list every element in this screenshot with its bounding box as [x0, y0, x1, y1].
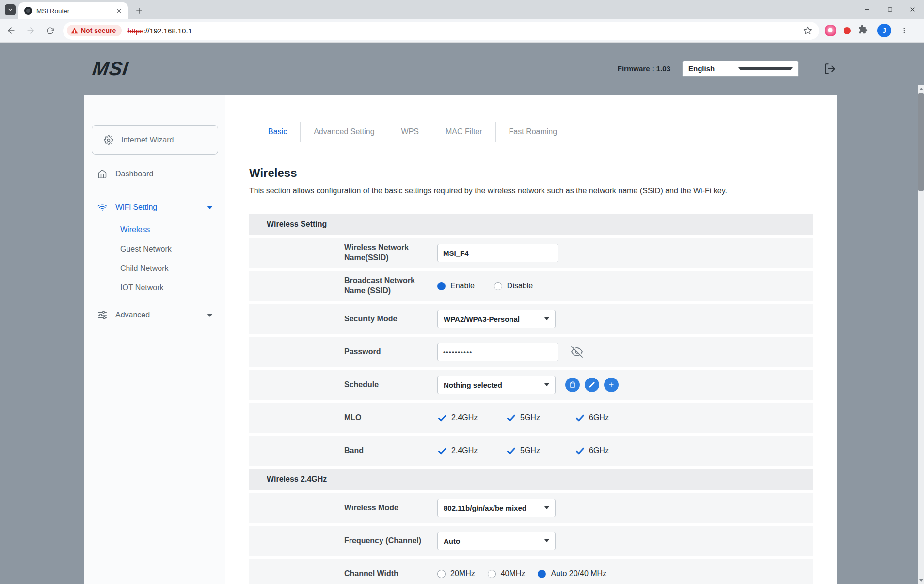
sidebar-item-wifi-setting[interactable]: WiFi Setting — [84, 197, 225, 218]
radio-unselected-icon — [437, 570, 446, 578]
language-select[interactable]: English — [682, 61, 799, 77]
band-5ghz-checkbox[interactable]: 5GHz — [506, 446, 575, 456]
extensions-area: J — [825, 24, 913, 37]
extensions-puzzle-icon[interactable] — [858, 25, 868, 36]
sidebar: Internet Wizard Dashboard WiFi Setting — [84, 95, 225, 584]
recording-indicator-icon[interactable] — [842, 25, 852, 36]
plus-icon — [608, 381, 615, 388]
checkbox-label: 6GHz — [589, 446, 609, 455]
mlo-5ghz-checkbox[interactable]: 5GHz — [506, 413, 575, 423]
forward-button[interactable] — [22, 22, 39, 39]
tab-basic[interactable]: Basic — [255, 122, 301, 142]
section-header-wireless-24ghz: Wireless 2.4GHz — [249, 469, 813, 490]
wireless-mode-select[interactable]: 802.11b/g/n/ax/be mixed — [437, 499, 556, 517]
new-tab-button[interactable] — [132, 3, 146, 18]
password-input[interactable] — [437, 343, 558, 361]
frequency-channel-select[interactable]: Auto — [437, 532, 556, 550]
sidebar-item-iot-network[interactable]: IOT Network — [84, 280, 225, 296]
field-label: MLO — [344, 413, 437, 423]
scrollbar-up-arrow[interactable] — [918, 85, 924, 93]
security-chip[interactable]: Not secure — [67, 25, 122, 36]
pencil-icon — [589, 381, 595, 388]
url-text: https://192.168.10.1 — [127, 27, 802, 35]
band-6ghz-checkbox[interactable]: 6GHz — [575, 446, 644, 456]
band-2-4ghz-checkbox[interactable]: 2.4GHz — [437, 446, 506, 456]
field-label: Frequency (Channel) — [344, 536, 437, 546]
tab-search-button[interactable] — [5, 4, 16, 15]
profile-avatar[interactable]: J — [877, 24, 891, 37]
field-label: Band — [344, 446, 437, 456]
select-value: Nothing selected — [444, 381, 544, 389]
window-close-button[interactable] — [901, 0, 924, 19]
url-host: ://192.168.10.1 — [143, 27, 192, 35]
content-tabs: Basic Advanced Setting WPS MAC Filter Fa… — [255, 122, 813, 142]
sidebar-item-internet-wizard[interactable]: Internet Wizard — [92, 125, 218, 155]
password-visibility-toggle[interactable] — [571, 346, 583, 358]
form-row-schedule: Schedule Nothing selected — [249, 370, 813, 400]
schedule-edit-button[interactable] — [585, 378, 599, 392]
chevron-down-icon — [544, 383, 549, 386]
mlo-2-4ghz-checkbox[interactable]: 2.4GHz — [437, 413, 506, 423]
channel-width-20mhz-radio[interactable]: 20MHz — [437, 569, 475, 578]
scrollbar-thumb[interactable] — [918, 93, 924, 191]
checkbox-label: 2.4GHz — [451, 446, 478, 455]
dashboard-label: Dashboard — [115, 170, 153, 178]
internet-wizard-label: Internet Wizard — [121, 136, 174, 144]
checkbox-label: 6GHz — [589, 413, 609, 422]
tab-advanced-setting[interactable]: Advanced Setting — [301, 122, 388, 142]
browser-menu-icon[interactable] — [899, 24, 909, 37]
page-background: MSI Firmware : 1.03 English In — [0, 43, 924, 584]
reload-button[interactable] — [42, 22, 58, 39]
tab-wps[interactable]: WPS — [388, 122, 432, 142]
broadcast-enable-radio[interactable]: Enable — [437, 282, 475, 290]
sidebar-item-dashboard[interactable]: Dashboard — [84, 163, 225, 185]
form-row-broadcast: Broadcast Network Name (SSID) Enable Dis… — [249, 271, 813, 301]
browser-window: MSI Router — [0, 0, 924, 584]
window-maximize-button[interactable] — [878, 0, 901, 19]
schedule-delete-button[interactable] — [565, 378, 580, 392]
check-icon — [437, 413, 447, 423]
extension-icon[interactable] — [825, 25, 836, 36]
field-label: Broadcast Network Name (SSID) — [344, 276, 437, 296]
form-row-mlo: MLO 2.4GHz 5GHz 6GHz — [249, 403, 813, 433]
field-label: Wireless Mode — [344, 503, 437, 513]
sidebar-item-wireless[interactable]: Wireless — [84, 222, 225, 237]
radio-selected-icon — [538, 570, 546, 578]
check-icon — [506, 446, 516, 456]
back-button[interactable] — [3, 22, 19, 39]
broadcast-disable-radio[interactable]: Disable — [494, 282, 533, 290]
tab-fast-roaming[interactable]: Fast Roaming — [496, 122, 571, 142]
check-icon — [437, 446, 447, 456]
schedule-add-button[interactable] — [604, 378, 619, 392]
browser-tabstrip: MSI Router — [0, 0, 924, 19]
logout-icon — [824, 63, 836, 75]
address-bar[interactable]: Not secure https://192.168.10.1 — [63, 22, 819, 40]
form-row-ssid: Wireless Network Name(SSID) — [249, 238, 813, 268]
radio-label: 40MHz — [501, 569, 526, 578]
ssid-input[interactable] — [437, 244, 558, 262]
chevron-down-icon — [738, 67, 793, 70]
radio-label: 20MHz — [450, 569, 475, 578]
logout-button[interactable] — [823, 62, 837, 76]
trash-icon — [569, 381, 576, 388]
mlo-6ghz-checkbox[interactable]: 6GHz — [575, 413, 644, 423]
page-scrollbar[interactable] — [918, 85, 924, 584]
browser-tab[interactable]: MSI Router — [18, 2, 128, 19]
sidebar-item-guest-network[interactable]: Guest Network — [84, 241, 225, 257]
field-label: Schedule — [344, 380, 437, 390]
window-controls — [856, 0, 924, 19]
schedule-select[interactable]: Nothing selected — [437, 376, 556, 394]
window-minimize-button[interactable] — [856, 0, 878, 19]
language-value: English — [688, 64, 738, 73]
scrollbar-down-arrow[interactable] — [918, 577, 924, 584]
form-row-wireless-mode: Wireless Mode 802.11b/g/n/ax/be mixed — [249, 493, 813, 523]
security-mode-select[interactable]: WPA2/WPA3-Personal — [437, 310, 556, 328]
channel-width-auto-radio[interactable]: Auto 20/40 MHz — [538, 569, 606, 578]
tab-close-icon[interactable] — [114, 6, 123, 15]
channel-width-40mhz-radio[interactable]: 40MHz — [488, 569, 526, 578]
tab-mac-filter[interactable]: MAC Filter — [432, 122, 496, 142]
sidebar-item-advanced[interactable]: Advanced — [84, 304, 225, 326]
sidebar-item-child-network[interactable]: Child Network — [84, 261, 225, 276]
bookmark-star-icon[interactable] — [802, 25, 813, 36]
page-title: Wireless — [249, 166, 813, 180]
